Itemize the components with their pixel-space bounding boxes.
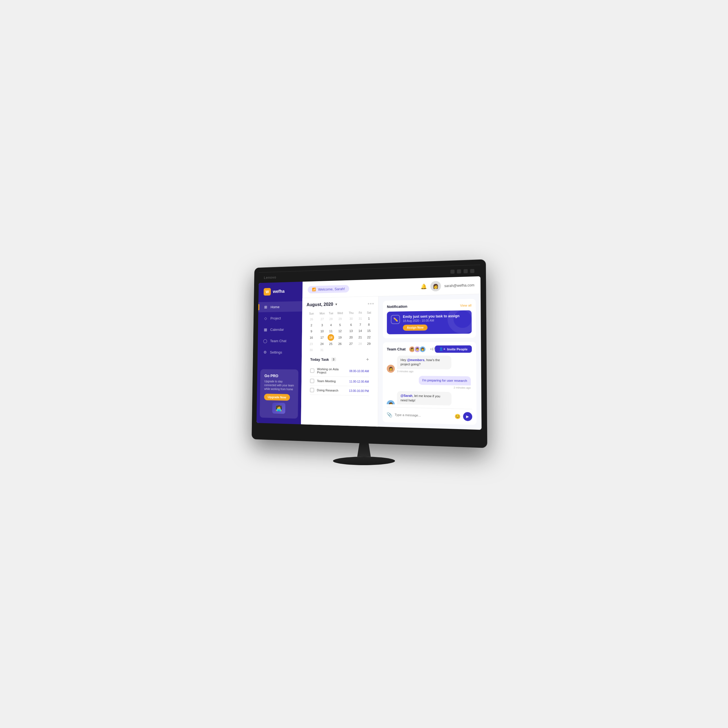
cal-day[interactable]: 8 xyxy=(364,321,373,328)
chat-member-avatars: 👩 👨 👩 xyxy=(408,346,426,353)
msg-content-2: I'm preparing for user research 2 minute… xyxy=(419,376,471,389)
task-name-3: Doing Research xyxy=(317,388,346,393)
main-content: 📶 Welcome, Sarah! 🔔 👩 sarah@wefha.com xyxy=(301,276,482,430)
chat-input-area: 📎 😊 ▶ xyxy=(387,407,472,421)
welcome-badge: 📶 Welcome, Sarah! xyxy=(307,285,349,293)
monitor-controls xyxy=(450,269,474,274)
invite-people-button[interactable]: 👤+ Invite People xyxy=(435,346,472,353)
message-row-3: 🧑 @Sarah, let me know if you need help! … xyxy=(387,391,471,406)
monitor-wrapper: Lenovo W wefha ⊞ Home xyxy=(235,252,493,476)
task-item-2: Team Meeting 11.00-12.00 AM xyxy=(310,376,369,386)
home-icon: ⊞ xyxy=(263,304,268,309)
cal-day[interactable] xyxy=(346,347,356,353)
sidebar-item-home[interactable]: ⊞ Home xyxy=(258,301,302,312)
chat-header: Team Chat 👩 👨 👩 +17 👤+ xyxy=(387,346,472,353)
cal-day[interactable]: 25 xyxy=(327,341,334,347)
send-button[interactable]: ▶ xyxy=(463,412,472,421)
msg-time-1: 3 minutes ago xyxy=(397,370,451,373)
cal-day[interactable]: 4 xyxy=(328,322,334,328)
sidebar-item-teamchat[interactable]: ◯ Team Chat xyxy=(257,335,302,346)
cal-day[interactable]: 6 xyxy=(346,322,356,328)
welcome-text: Welcome, Sarah! xyxy=(318,286,345,291)
cal-day[interactable]: 9 xyxy=(306,328,317,334)
cal-day[interactable]: 3 xyxy=(317,322,328,328)
cal-day[interactable]: 27 xyxy=(317,316,328,322)
cal-day[interactable]: 10 xyxy=(317,328,328,334)
cal-day[interactable]: 22 xyxy=(364,334,373,341)
task-name-1: Working on Asla Project xyxy=(317,367,347,375)
cal-day[interactable]: 18 xyxy=(327,334,334,341)
tasks-section: Today Task 3 + Working on Asla Project 0… xyxy=(305,353,373,400)
task-item-1: Working on Asla Project 08.00-10.00 AM xyxy=(310,365,369,377)
cal-day[interactable]: 16 xyxy=(306,334,317,341)
cal-day[interactable]: 1 xyxy=(364,315,373,321)
task-checkbox-2[interactable] xyxy=(310,379,314,383)
emoji-button[interactable]: 😊 xyxy=(454,413,460,419)
msg-bubble-1: Hey @members, how's the project going? xyxy=(397,356,451,369)
cal-day[interactable]: 5 xyxy=(334,322,346,328)
cal-day[interactable]: 19 xyxy=(334,334,346,341)
sidebar: W wefha ⊞ Home ◇ Project ▦ Cale xyxy=(256,282,302,424)
cal-day[interactable]: 17 xyxy=(317,334,328,341)
cal-day[interactable]: 24 xyxy=(316,341,327,347)
cal-day[interactable] xyxy=(364,347,373,353)
cal-day[interactable]: 26 xyxy=(306,316,317,322)
chat-avatar-3: 👩 xyxy=(419,346,426,353)
msg-time-2: 2 minutes ago xyxy=(419,386,471,389)
monitor-brand: Lenovo xyxy=(264,275,276,280)
message-input[interactable] xyxy=(395,413,452,418)
cal-day[interactable]: 23 xyxy=(306,341,317,347)
sidebar-item-calendar[interactable]: ▦ Calendar xyxy=(258,324,302,335)
cal-day[interactable]: 30 xyxy=(346,315,356,322)
project-icon: ◇ xyxy=(263,316,268,321)
cal-day[interactable] xyxy=(327,347,334,353)
cal-day[interactable]: 28 xyxy=(328,316,334,322)
sidebar-item-settings[interactable]: ⚙ Settings xyxy=(257,347,302,358)
cal-header-sun: Sun xyxy=(306,311,317,317)
notification-bell-button[interactable]: 🔔 xyxy=(421,283,427,290)
add-task-button[interactable]: + xyxy=(366,357,369,362)
cal-day[interactable]: 20 xyxy=(346,334,356,341)
task-checkbox-3[interactable] xyxy=(310,388,314,393)
task-item-3: Doing Research 13.00-16.00 PM xyxy=(310,386,369,396)
sidebar-label-teamchat: Team Chat xyxy=(270,339,286,343)
sidebar-label-settings: Settings xyxy=(270,350,282,354)
cal-day[interactable]: 12 xyxy=(334,328,346,334)
cal-day[interactable]: 29 xyxy=(334,316,346,322)
chat-messages: 👩 Hey @members, how's the project going?… xyxy=(387,356,472,406)
wifi-icon: 📶 xyxy=(312,288,316,292)
cal-day[interactable]: 31 xyxy=(356,315,364,322)
cal-day[interactable]: 13 xyxy=(346,328,356,334)
cal-day[interactable] xyxy=(356,347,364,353)
cal-day[interactable]: 30 xyxy=(306,347,317,353)
cal-day[interactable]: 11 xyxy=(327,328,334,334)
assign-now-button[interactable]: Assign Now xyxy=(403,324,428,331)
calendar-more-options[interactable] xyxy=(368,303,373,304)
ctrl-btn-2 xyxy=(457,269,461,274)
cal-day[interactable]: 21 xyxy=(356,334,364,341)
monitor-stand-neck xyxy=(353,443,375,457)
attachment-button[interactable]: 📎 xyxy=(387,412,392,418)
sidebar-label-project: Project xyxy=(270,316,281,320)
cal-day[interactable]: 26 xyxy=(334,341,346,347)
cal-day[interactable]: 27 xyxy=(346,341,356,347)
cal-day[interactable]: 15 xyxy=(364,328,373,334)
cal-day[interactable]: 31 xyxy=(316,347,327,353)
calendar-dropdown-arrow[interactable]: ▼ xyxy=(335,303,338,306)
cal-day[interactable] xyxy=(334,347,346,353)
view-all-link[interactable]: View all xyxy=(460,303,471,307)
upgrade-now-button[interactable]: Upgrade Now xyxy=(264,394,290,401)
calendar-grid: Sun Mon Tue Wed Thu Fri Sat 262 xyxy=(306,310,373,353)
sidebar-item-project[interactable]: ◇ Project xyxy=(258,312,302,323)
cal-day[interactable]: 7 xyxy=(356,321,364,328)
task-name-2: Team Meeting xyxy=(317,379,347,383)
ctrl-btn-4 xyxy=(470,269,474,273)
cal-header-wed: Wed xyxy=(334,310,346,316)
cal-day[interactable]: 29 xyxy=(364,341,373,347)
cal-day[interactable]: 14 xyxy=(356,328,364,334)
task-checkbox-1[interactable] xyxy=(310,369,314,373)
cal-day[interactable]: 28 xyxy=(356,341,364,347)
notification-card: ✏️ Emily just sent you task to assign 18… xyxy=(387,310,472,334)
cal-day[interactable]: 2 xyxy=(306,322,317,329)
content-area: August, 2020 ▼ xyxy=(301,294,482,430)
